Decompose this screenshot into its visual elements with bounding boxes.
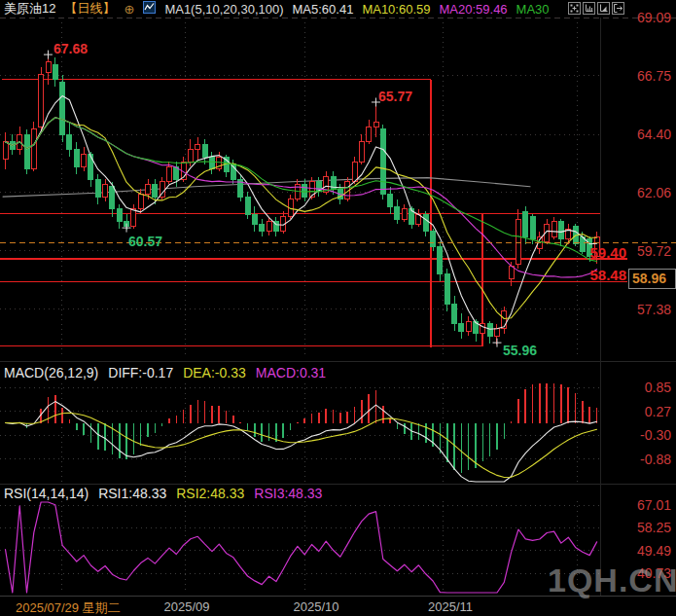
ma10-value: MA10:60.59 bbox=[362, 2, 430, 17]
low-price-label-2: 55.96 bbox=[503, 343, 537, 358]
panel-collapse-icon[interactable] bbox=[612, 2, 624, 15]
axis-tick-label: -0.30 bbox=[601, 427, 671, 443]
ma20-value: MA20:59.46 bbox=[440, 2, 508, 17]
symbol-name: 美原油12 bbox=[4, 0, 55, 18]
axis-tick-label: 66.75 bbox=[601, 68, 671, 84]
high-price-label-2: 65.77 bbox=[378, 89, 412, 104]
macd-diff-value: DIFF:-0.17 bbox=[108, 365, 173, 380]
macd-macd-value: MACD:0.31 bbox=[256, 365, 326, 380]
period-label[interactable]: 【日线】 bbox=[64, 0, 115, 18]
axis-tick-label: 58.25 bbox=[601, 520, 671, 535]
rsi-header: RSI(14,14,14) RSI1:48.33 RSI2:48.33 RSI3… bbox=[4, 486, 322, 501]
axis-tick-label: 0.85 bbox=[601, 380, 671, 395]
rsi2-value: RSI2:48.33 bbox=[176, 486, 244, 501]
date-label: 2025/09 bbox=[164, 599, 210, 614]
chart-header-bar: 美原油12 【日线】 ⊕ MA1(5,10,20,30,100) MA5:60.… bbox=[4, 1, 550, 17]
extreme-cross-marker bbox=[123, 224, 131, 233]
axis-tick-label: 64.40 bbox=[601, 127, 671, 142]
macd-title: MACD(26,12,9) bbox=[4, 365, 98, 380]
axis-tick-label: -0.88 bbox=[601, 452, 671, 467]
extreme-cross-marker bbox=[492, 339, 501, 347]
rsi1-value: RSI1:48.33 bbox=[98, 486, 166, 501]
add-indicator-icon[interactable]: ⊕ bbox=[124, 2, 134, 17]
chart-toolbar bbox=[568, 2, 624, 15]
extreme-cross-marker bbox=[44, 51, 53, 59]
ma5-value: MA5:60.41 bbox=[293, 2, 354, 17]
chart-axis-icon[interactable] bbox=[583, 2, 595, 15]
chart-pointer-icon[interactable] bbox=[597, 2, 610, 15]
hline-price-label-1: 59.40 bbox=[582, 244, 626, 261]
kline-chart-icon[interactable] bbox=[143, 1, 156, 17]
rsi3-value: RSI3:48.33 bbox=[254, 486, 322, 501]
date-label-highlighted: 2025/07/29 星期二 bbox=[13, 599, 124, 616]
axis-tick-label: 49.49 bbox=[601, 543, 671, 559]
high-price-label-1: 67.68 bbox=[53, 41, 88, 56]
macd-header: MACD(26,12,9) DIFF:-0.17 DEA:-0.33 MACD:… bbox=[4, 365, 326, 380]
ma30-value: MA30 bbox=[516, 2, 550, 17]
axis-tick-label: 62.06 bbox=[601, 185, 671, 200]
axis-tick-label: 40.73 bbox=[601, 565, 671, 581]
axis-tick-label: 57.38 bbox=[601, 302, 671, 317]
grid-dots-icon[interactable] bbox=[568, 2, 581, 15]
rsi-title: RSI(14,14,14) bbox=[4, 486, 89, 501]
macd-dea-value: DEA:-0.33 bbox=[183, 365, 246, 380]
date-label: 2025/10 bbox=[294, 599, 339, 614]
low-price-label-1: 60.57 bbox=[128, 234, 162, 249]
axis-tick-label: 67.01 bbox=[601, 497, 671, 513]
hline-price-label-2: 58.48 bbox=[582, 267, 626, 283]
trading-app-window: { "header": { "symbol": "美原油12", "period… bbox=[0, 0, 676, 616]
date-label: 2025/11 bbox=[428, 599, 473, 614]
last-price-badge: 58.96 bbox=[628, 269, 676, 289]
ma-settings-label: MA1(5,10,20,30,100) bbox=[164, 2, 283, 17]
axis-tick-label: 0.27 bbox=[601, 404, 671, 419]
chart-canvas[interactable] bbox=[0, 0, 676, 616]
